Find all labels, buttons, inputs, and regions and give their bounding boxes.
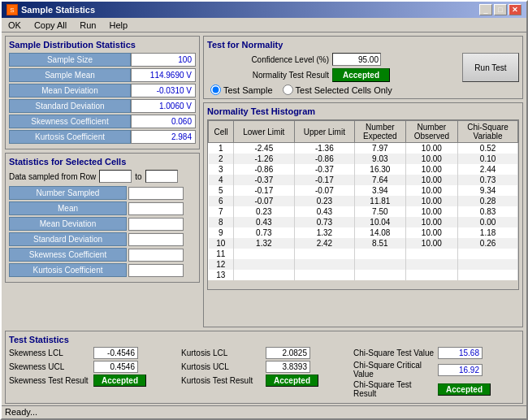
chi-col: 0.10 [458, 154, 518, 164]
table-row: 90.731.3214.0810.001.18 [209, 227, 518, 238]
observed-col: 10.00 [405, 227, 458, 238]
table-row: 1-2.45-1.367.9710.000.52 [209, 143, 518, 154]
confidence-label: Confidence Level (%) [207, 55, 329, 64]
cell-col: 1 [209, 143, 234, 154]
upper-col [294, 259, 355, 270]
skewness-lcl-value: -0.4546 [93, 347, 138, 359]
chisq-test-label: Chi-Square Test Result [353, 380, 435, 398]
table-row: 12 [209, 259, 518, 270]
lower-col: 0.43 [234, 217, 295, 227]
cell-col: 4 [209, 175, 234, 185]
lower-col [234, 259, 295, 270]
col-upper: Upper Limit [294, 121, 355, 143]
skewness-lcl-label: Skewness LCL [9, 349, 90, 357]
stat-row: Standard Deviation1.0060 V [9, 99, 196, 113]
observed-col: 10.00 [405, 238, 458, 249]
chisq-critical-label: Chi-Square Critical Value [353, 361, 435, 379]
sel-stat-val-4 [128, 249, 184, 262]
main-content: Sample Distribution Statistics Sample Si… [2, 32, 526, 331]
kurtosis-ucl-row: Kurtosis UCL 3.8393 [181, 361, 347, 373]
app-icon: S [6, 4, 18, 15]
sel-stat-row: Standard Deviation [9, 232, 196, 246]
stat-value-5: 2.984 [131, 130, 196, 144]
stat-label-3: Standard Deviation [9, 99, 131, 113]
radio-selected-cells[interactable]: Test Selected Cells Only [283, 84, 392, 95]
test-statistics-group: Test Statistics Skewness LCL -0.4546 Ske… [5, 331, 523, 404]
histogram-header-row: Cell Lower Limit Upper Limit NumberExpec… [209, 121, 518, 143]
chisq-col: Chi-Square Test Value 15.68 Chi-Square C… [353, 347, 519, 400]
chi-col: 0.83 [458, 206, 518, 217]
sel-stat-row: Number Sampled [9, 186, 196, 200]
observed-col: 10.00 [405, 206, 458, 217]
title-bar-left: S Sample Statistics [6, 4, 95, 15]
chisq-critical-value: 16.92 [438, 364, 483, 376]
stat-value-1: 114.9690 V [131, 68, 196, 82]
radio-test-sample[interactable]: Test Sample [210, 84, 273, 95]
sel-stat-btn-4: Skewness Coefficient [9, 248, 127, 262]
normality-result-badge: Accepted [332, 68, 390, 82]
upper-col: -0.37 [294, 164, 355, 175]
lower-col: 0.73 [234, 227, 295, 238]
histogram-tbody: 1-2.45-1.367.9710.000.522-1.26-0.869.031… [209, 143, 518, 281]
lower-col [234, 270, 295, 280]
status-text: Ready... [5, 407, 37, 417]
sel-stat-val-2 [128, 218, 184, 231]
stat-value-2: -0.0310 V [131, 84, 196, 97]
kurtosis-lcl-label: Kurtosis LCL [181, 349, 262, 357]
table-row: 101.322.428.5110.000.26 [209, 238, 518, 249]
observed-col: 10.00 [405, 154, 458, 164]
sel-stat-row: Skewness Coefficient [9, 248, 196, 262]
menu-copy-all[interactable]: Copy All [31, 19, 70, 31]
row-to-input[interactable] [145, 170, 178, 183]
selected-stat-rows: Number SampledMeanMean DeviationStandard… [9, 186, 196, 277]
chi-col [458, 259, 518, 270]
observed-col: 10.00 [405, 185, 458, 196]
radio-selected-cells-input[interactable] [283, 84, 293, 95]
table-row: 2-1.26-0.869.0310.000.10 [209, 154, 518, 164]
cell-col: 10 [209, 238, 234, 249]
lower-col: 1.32 [234, 238, 295, 249]
confidence-input[interactable] [332, 53, 381, 66]
cell-col: 2 [209, 154, 234, 164]
chi-col [458, 249, 518, 259]
skewness-ucl-label: Skewness UCL [9, 362, 90, 371]
chisq-value-row: Chi-Square Test Value 15.68 [353, 347, 519, 359]
maximize-button[interactable]: □ [494, 4, 507, 15]
normality-group: Test for Normality Confidence Level (%) … [203, 36, 523, 99]
chi-col: 9.34 [458, 185, 518, 196]
table-row: 70.230.437.5010.000.83 [209, 206, 518, 217]
sel-stat-row: Mean [9, 201, 196, 215]
table-row: 11 [209, 249, 518, 259]
histogram-table-container[interactable]: Cell Lower Limit Upper Limit NumberExpec… [207, 119, 519, 290]
stat-row: Sample Mean114.9690 V [9, 68, 196, 82]
window-title: Sample Statistics [21, 5, 95, 15]
upper-col: -1.36 [294, 143, 355, 154]
sel-stat-btn-0: Number Sampled [9, 186, 127, 200]
col-observed: NumberObserved [405, 121, 458, 143]
row-from-input[interactable] [99, 170, 132, 183]
chisq-test-badge: Accepted [438, 383, 491, 396]
cell-col: 3 [209, 164, 234, 175]
menu-bar: OK Copy All Run Help [2, 18, 526, 32]
radio-test-sample-input[interactable] [210, 84, 221, 95]
menu-ok[interactable]: OK [5, 19, 24, 31]
col-cell: Cell [209, 121, 234, 143]
cell-col: 5 [209, 185, 234, 196]
skewness-lcl-row: Skewness LCL -0.4546 [9, 347, 175, 359]
menu-run[interactable]: Run [76, 19, 99, 31]
stat-row: Mean Deviation-0.0310 V [9, 84, 196, 97]
status-bar: Ready... [2, 405, 526, 418]
row-sample-label: Data sampled from Row [9, 172, 96, 181]
chi-col: 0.52 [458, 143, 518, 154]
test-statistics-title: Test Statistics [9, 335, 519, 344]
minimize-button[interactable]: _ [479, 4, 492, 15]
expected-col: 14.08 [355, 227, 405, 238]
selected-cells-group: Statistics for Selected Cells Data sampl… [5, 153, 200, 283]
run-test-button[interactable]: Run Test [462, 53, 519, 82]
cell-col: 7 [209, 206, 234, 217]
confidence-row: Confidence Level (%) [207, 53, 457, 66]
menu-help[interactable]: Help [106, 19, 131, 31]
observed-col: 10.00 [405, 217, 458, 227]
close-button[interactable]: ✕ [509, 4, 522, 15]
stat-row: Skewness Coefficient0.060 [9, 115, 196, 128]
